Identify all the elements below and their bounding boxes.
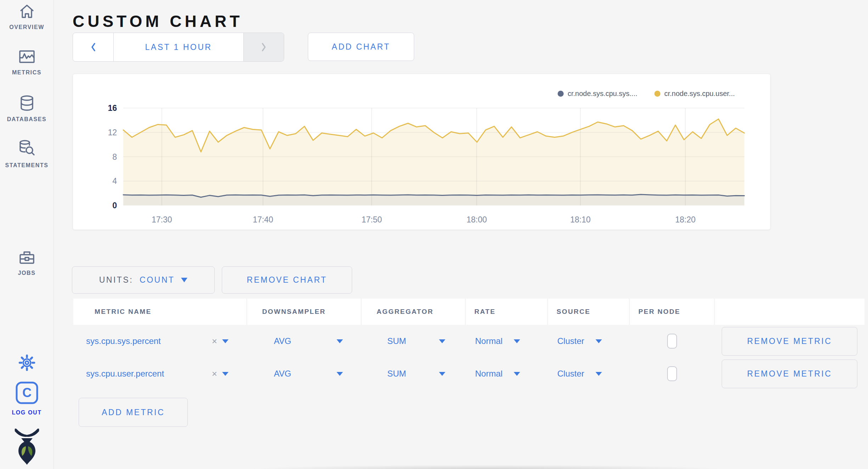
sidebar-item-statements[interactable]: STATEMENTS (0, 140, 53, 169)
time-prev-button[interactable] (73, 33, 114, 61)
chevron-down-icon[interactable] (337, 372, 343, 376)
database-icon (18, 95, 35, 111)
cockroach-bug-logo (0, 429, 53, 465)
column-header: AGGREGATOR (362, 299, 465, 325)
chevron-down-icon[interactable] (514, 339, 520, 343)
table-row: sys.cpu.user.percent × AVG SUM Normal (73, 357, 866, 390)
sidebar-item-overview[interactable]: OVERVIEW (0, 4, 53, 30)
column-header: RATE (466, 299, 547, 325)
chevron-down-icon[interactable] (514, 372, 520, 376)
time-range-dropdown[interactable]: LAST 1 HOUR (114, 33, 243, 61)
svg-text:C: C (22, 385, 32, 400)
svg-text:16: 16 (108, 103, 117, 113)
metric-name-dropdown[interactable]: sys.cpu.sys.percent (86, 336, 161, 346)
custom-chart-page: OVERVIEW METRICS DATABASES (0, 0, 868, 469)
svg-text:0: 0 (112, 201, 117, 210)
svg-text:12: 12 (108, 128, 117, 137)
statements-icon (18, 140, 36, 157)
chevron-down-icon (181, 278, 187, 282)
rate-dropdown[interactable]: Normal (475, 369, 502, 379)
svg-text:18:00: 18:00 (467, 215, 487, 224)
remove-chart-button[interactable]: REMOVE CHART (222, 266, 352, 294)
add-metric-button[interactable]: ADD METRIC (79, 398, 188, 427)
controls-row: LAST 1 HOUR ADD CHART (73, 33, 414, 61)
source-dropdown[interactable]: Cluster (557, 336, 584, 346)
sidebar-item-metrics[interactable]: METRICS (0, 49, 53, 76)
metrics-icon (18, 49, 35, 64)
svg-text:17:50: 17:50 (361, 215, 382, 224)
main-content: CUSTOM CHART LAST 1 HOUR ADD CHART cr.no… (54, 0, 868, 469)
chevron-right-icon (261, 43, 267, 52)
per-node-checkbox[interactable] (667, 366, 677, 381)
svg-text:17:30: 17:30 (152, 215, 172, 224)
metrics-table: METRIC NAME DOWNSAMPLER AGGREGATOR RATE … (73, 299, 866, 390)
units-value: COUNT (140, 275, 175, 285)
sidebar-item-jobs[interactable]: JOBS (0, 249, 53, 276)
chevron-down-icon[interactable] (439, 372, 445, 376)
aggregator-dropdown[interactable]: SUM (387, 369, 406, 379)
downsampler-dropdown[interactable]: AVG (274, 336, 291, 346)
chart-options-row: UNITS: COUNT REMOVE CHART (72, 266, 352, 294)
svg-text:8: 8 (112, 152, 117, 162)
units-label: UNITS: (99, 275, 133, 285)
timeseries-chart: 048121617:3017:4017:5018:0018:1018:20 (73, 74, 770, 230)
logout-label: LOG OUT (12, 409, 41, 416)
sidebar-item-label: STATEMENTS (5, 162, 48, 169)
sidebar-item-label: JOBS (18, 270, 36, 276)
chevron-down-icon[interactable] (596, 372, 602, 376)
chevron-left-icon (90, 43, 96, 52)
time-next-button[interactable] (243, 33, 284, 61)
rate-dropdown[interactable]: Normal (475, 336, 502, 346)
column-header: DOWNSAMPLER (247, 299, 361, 325)
sidebar-item-label: OVERVIEW (9, 24, 44, 30)
page-title: CUSTOM CHART (73, 12, 243, 31)
add-chart-button[interactable]: ADD CHART (308, 33, 414, 61)
column-header: METRIC NAME (73, 299, 246, 325)
column-header: PER NODE (630, 299, 714, 325)
cockroachdb-logo-icon (13, 429, 41, 465)
per-node-checkbox[interactable] (667, 334, 677, 349)
cockroach-c-logo-icon: C (15, 381, 39, 405)
svg-text:17:40: 17:40 (253, 215, 274, 224)
chevron-down-icon[interactable] (222, 339, 229, 343)
chevron-down-icon[interactable] (596, 339, 602, 343)
aggregator-dropdown[interactable]: SUM (387, 336, 406, 346)
sidebar-item-label: METRICS (12, 69, 41, 76)
metric-name-dropdown[interactable]: sys.cpu.user.percent (86, 369, 164, 379)
settings-button[interactable] (0, 354, 53, 372)
downsampler-dropdown[interactable]: AVG (274, 369, 291, 379)
chevron-down-icon[interactable] (337, 339, 343, 343)
scroll-shadow (177, 464, 797, 469)
chevron-down-icon[interactable] (439, 339, 445, 343)
column-header: SOURCE (548, 299, 629, 325)
table-row: sys.cpu.sys.percent × AVG SUM Normal (73, 325, 866, 357)
metrics-table-header: METRIC NAME DOWNSAMPLER AGGREGATOR RATE … (73, 299, 866, 325)
svg-text:4: 4 (112, 176, 117, 186)
gear-icon (18, 354, 36, 372)
units-dropdown[interactable]: UNITS: COUNT (72, 266, 215, 294)
clear-metric-icon[interactable]: × (212, 337, 217, 346)
sidebar: OVERVIEW METRICS DATABASES (0, 0, 54, 469)
remove-metric-button[interactable]: REMOVE METRIC (722, 360, 857, 388)
chart-card: cr.node.sys.cpu.sys.... cr.node.sys.cpu.… (73, 74, 771, 230)
briefcase-icon (18, 249, 35, 265)
svg-text:18:20: 18:20 (675, 215, 696, 224)
column-header (715, 299, 864, 325)
time-range-selector: LAST 1 HOUR (73, 33, 284, 62)
remove-metric-button[interactable]: REMOVE METRIC (722, 327, 857, 356)
source-dropdown[interactable]: Cluster (557, 369, 584, 379)
sidebar-item-databases[interactable]: DATABASES (0, 95, 53, 123)
clear-metric-icon[interactable]: × (212, 369, 217, 378)
sidebar-item-label: DATABASES (7, 116, 47, 123)
chevron-down-icon[interactable] (222, 372, 229, 376)
home-icon (18, 4, 35, 19)
svg-text:18:10: 18:10 (570, 215, 591, 224)
logout-button[interactable]: C LOG OUT (0, 381, 53, 416)
